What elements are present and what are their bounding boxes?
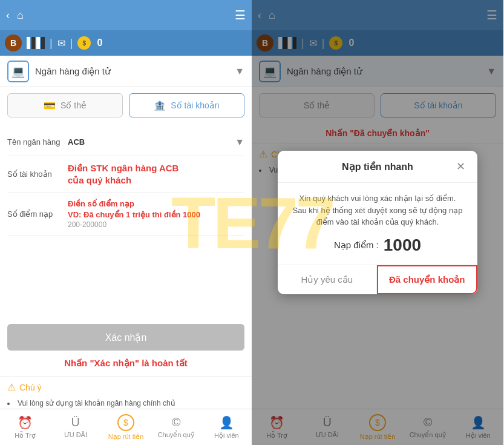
left-warning-icon: ⚠: [7, 381, 16, 393]
left-nav-member[interactable]: 👤 Hội viên: [201, 409, 252, 445]
modal-amount-label-text: Nạp điểm :: [334, 240, 379, 251]
modal-overlay: Nạp tiền nhanh ✕ Xin quý khách vui lòng …: [252, 0, 503, 445]
left-bank-name-value: ACB ▼: [68, 137, 244, 148]
modal-title: Nạp tiền nhanh: [302, 161, 453, 173]
left-panel: ‹ ⌂ ☰ B | ✉ | $ 0 💻 Ngân hàng điện tử ▼ …: [0, 0, 252, 445]
modal-actions: Hủy yêu cầu Đã chuyển khoản: [278, 265, 477, 294]
left-support-icon: ⏰: [18, 415, 33, 430]
left-nav-bar: ‹ ⌂ ☰: [0, 0, 252, 30]
left-status-bar: B | ✉ | $ 0: [0, 30, 252, 56]
left-chevron-down-icon: ▼: [235, 66, 244, 77]
left-support-label: Hỗ Trợ: [15, 432, 36, 440]
ticker-bar-1: [27, 37, 30, 49]
modal-box: Nạp tiền nhanh ✕ Xin quý khách vui lòng …: [278, 151, 477, 294]
left-points-row: Số điểm nạp Điền số điểm nạpVD: Đã chuyể…: [7, 193, 244, 236]
left-points-placeholder: 200-200000: [68, 220, 244, 229]
left-warning-label: Chú ý: [19, 383, 42, 392]
left-nav-support[interactable]: ⏰ Hỗ Trợ: [0, 409, 50, 445]
left-points-hint: Điền số điểm nạpVD: Đã chuyển 1 triệu th…: [68, 199, 244, 220]
modal-body: Xin quý khách vui lòng xác nhận lại số đ…: [278, 183, 477, 265]
left-transfer-label: Chuyển quỹ: [158, 431, 195, 439]
left-nav-deposit[interactable]: $ Nạp rút tiền: [100, 409, 151, 445]
modal-header: Nạp tiền nhanh ✕: [278, 151, 477, 183]
left-bank-icon: 💻: [11, 65, 25, 78]
left-nav-transfer[interactable]: © Chuyển quỹ: [151, 409, 201, 445]
left-tab-account-icon: 🏦: [154, 100, 166, 111]
left-account-hint: Điền STK ngân hàng ACBcủa quý khách: [68, 162, 244, 186]
left-avatar: B: [5, 35, 22, 51]
left-bank-selector-label: Ngân hàng điện tử: [35, 66, 229, 77]
left-menu-button[interactable]: ☰: [235, 8, 246, 22]
left-tab-card-icon: 💳: [44, 100, 56, 111]
left-tab-row: 💳 Số thẻ 🏦 Số tài khoản: [0, 87, 252, 124]
left-note-list: Vui lòng sử dụng tài khoản ngân hàng chí…: [0, 398, 252, 409]
left-account-label: Số tài khoản: [7, 170, 68, 179]
left-warning-row: ⚠ Chú ý: [0, 376, 252, 398]
left-back-button[interactable]: ‹: [6, 9, 10, 22]
left-mail-icon[interactable]: ✉: [57, 38, 65, 49]
left-bank-dropdown-icon[interactable]: ▼: [235, 137, 244, 148]
left-transfer-icon: ©: [172, 415, 181, 429]
left-promo-icon: Ü: [71, 415, 80, 429]
left-bank-name-row: Tên ngân hàng ACB ▼: [7, 128, 244, 156]
modal-close-button[interactable]: ✕: [453, 159, 468, 174]
left-deposit-label: Nạp rút tiền: [108, 433, 144, 441]
modal-description: Xin quý khách vui lòng xác nhận lại số đ…: [287, 193, 468, 228]
left-zero-badge: 0: [97, 38, 102, 48]
modal-amount-row: Nạp điểm : 1000: [287, 236, 468, 255]
left-deposit-icon: $: [117, 414, 134, 431]
left-tab-account[interactable]: 🏦 Số tài khoản: [129, 93, 244, 117]
left-acb-value: ACB: [68, 137, 85, 147]
left-home-button[interactable]: ⌂: [17, 9, 24, 22]
left-tab-card[interactable]: 💳 Số thẻ: [7, 93, 123, 117]
left-divider-2: |: [70, 37, 73, 50]
left-bank-name-label: Tên ngân hàng: [7, 137, 68, 147]
left-note-1: Vui lòng sử dụng tài khoản ngân hàng chí…: [7, 398, 244, 409]
left-account-row: Số tài khoản Điền STK ngân hàng ACBcủa q…: [7, 156, 244, 193]
left-points-hint-area: Điền số điểm nạpVD: Đã chuyển 1 triệu th…: [68, 199, 244, 229]
left-account-hint-area: Điền STK ngân hàng ACBcủa quý khách: [68, 162, 244, 186]
left-coin-icon: $: [77, 36, 91, 50]
modal-amount-value: 1000: [384, 236, 421, 255]
left-tab-card-label: Số thẻ: [61, 101, 87, 110]
left-points-label: Số điểm nạp: [7, 209, 68, 219]
ticker-bar-2: [31, 37, 35, 49]
left-divider-1: |: [50, 37, 53, 50]
left-form-area: Tên ngân hàng ACB ▼ Số tài khoản Điền ST…: [0, 124, 252, 314]
left-bank-selector[interactable]: 💻 Ngân hàng điện tử ▼: [0, 56, 252, 87]
coin-inner-left: $: [83, 40, 87, 47]
ticker-bar-3: [36, 37, 40, 49]
left-bank-icon-box: 💻: [7, 61, 29, 82]
left-nav-promo[interactable]: Ü ƯU ĐÃI: [50, 409, 100, 445]
left-member-label: Hội viên: [214, 432, 239, 440]
left-tab-account-label: Số tài khoản: [171, 101, 219, 110]
left-bottom-nav: ⏰ Hỗ Trợ Ü ƯU ĐÃI $ Nạp rút tiền © Chuyể…: [0, 409, 252, 445]
left-promo-label: ƯU ĐÃI: [64, 431, 87, 439]
left-completion-text: Nhấn "Xác nhận" là hoàn tất: [0, 358, 252, 369]
left-confirm-button[interactable]: Xác nhận: [7, 324, 244, 351]
left-ticker: [27, 37, 45, 49]
modal-confirm-button[interactable]: Đã chuyển khoản: [377, 265, 478, 294]
ticker-bar-4: [41, 37, 45, 49]
modal-cancel-button[interactable]: Hủy yêu cầu: [278, 265, 377, 294]
right-panel: ‹ ⌂ ☰ B | ✉ | $ 0 💻 Ngân hàng điện tử ▼ …: [252, 0, 503, 445]
left-member-icon: 👤: [219, 415, 234, 430]
